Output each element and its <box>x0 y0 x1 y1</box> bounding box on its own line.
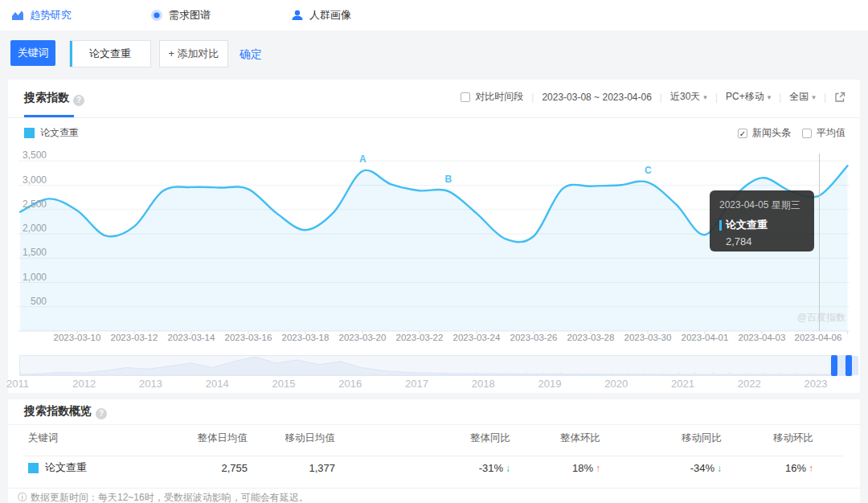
row-keyword-cell: 论文查重 <box>28 460 185 475</box>
timeline-year-label: 2019 <box>538 378 562 390</box>
timeline-year-label: 2018 <box>472 378 495 390</box>
nav-item-label: 趋势研究 <box>30 8 72 22</box>
col-header-mobile-mom: 移动环比 <box>722 431 813 445</box>
chart-tooltip: 2023-04-05 星期三 论文查重 2,784 <box>710 190 814 251</box>
x-axis-label: 2023-03-12 <box>105 333 163 342</box>
row-overall-mom: 18%↑ <box>510 462 600 474</box>
news-marker-A[interactable]: A <box>359 153 366 165</box>
keyword-value: 论文查重 <box>89 47 131 61</box>
y-axis-label: 2,500 <box>11 198 47 211</box>
divider <box>24 456 844 456</box>
y-axis-label: 3,500 <box>11 149 47 162</box>
x-axis-label: 2023-03-22 <box>391 333 448 342</box>
nav-item-demand-graph[interactable]: 需求图谱 <box>150 8 211 22</box>
timeline-year-label: 2013 <box>139 378 162 390</box>
x-axis-label: 2023-03-10 <box>48 333 106 342</box>
row-keyword-label: 论文查重 <box>45 460 87 475</box>
nav-item-trend-research[interactable]: 趋势研究 <box>11 8 72 22</box>
timeline-year-label: 2016 <box>338 378 362 390</box>
row-overall-yoy: -31%↓ <box>335 462 510 474</box>
y-axis-label: 3,000 <box>11 174 47 186</box>
col-header-keyword: 关键词 <box>28 431 185 445</box>
y-axis-label: 500 <box>11 295 47 308</box>
x-axis-label: 2023-03-16 <box>219 333 277 342</box>
y-axis-label: 2,000 <box>11 222 47 235</box>
slider-left-handle[interactable] <box>831 355 837 376</box>
col-header-mobile-avg: 移动日均值 <box>248 431 335 445</box>
table-row: 论文查重 2,755 1,377 -31%↓ 18%↑ -34%↓ 16%↑ <box>28 460 833 475</box>
divider <box>8 488 860 489</box>
x-axis-label: 2023-03-14 <box>162 333 220 342</box>
tooltip-value: 2,784 <box>726 235 805 247</box>
nav-item-label: 需求图谱 <box>169 8 211 22</box>
x-axis-label: 2023-03-26 <box>505 333 563 342</box>
index-overview-card: 搜索指数概览? 关键词 整体日均值 移动日均值 整体同比 整体环比 移动同比 移… <box>8 399 860 503</box>
timeline-year-label: 2011 <box>6 378 29 390</box>
tooltip-date: 2023-04-05 星期三 <box>719 198 805 212</box>
x-axis-label: 2023-03-18 <box>276 333 334 342</box>
overview-title-label: 搜索指数概览 <box>24 404 92 417</box>
col-header-overall-avg: 整体日均值 <box>185 431 248 445</box>
timeline-year-label: 2017 <box>405 378 428 390</box>
confirm-button[interactable]: 确定 <box>240 47 262 62</box>
people-portrait-icon <box>291 9 304 22</box>
series-color-swatch <box>28 463 39 473</box>
timeline-year-label: 2021 <box>671 378 694 390</box>
timeline-year-label: 2023 <box>805 378 828 390</box>
nav-item-label: 人群画像 <box>309 8 351 22</box>
timeline-year-label: 2022 <box>738 378 761 390</box>
demand-graph-icon <box>150 9 163 22</box>
x-axis-label: 2023-04-03 <box>733 333 791 342</box>
data-update-note-text: 数据更新时间：每天12~16时，受数据波动影响，可能会有延迟。 <box>31 492 309 503</box>
tooltip-series-name: 论文查重 <box>726 218 768 232</box>
search-index-card: 搜索指数? 对比时间段 | 2023-03-08 ~ 2023-04-06 | … <box>8 80 860 393</box>
news-marker-C[interactable]: C <box>645 165 652 176</box>
y-axis-label: 1,000 <box>11 271 47 284</box>
timeline-year-label: 2020 <box>604 378 628 390</box>
col-header-overall-yoy: 整体同比 <box>335 431 510 445</box>
watermark: @百度指数 <box>797 311 845 325</box>
timeline-year-label: 2014 <box>206 378 229 390</box>
help-icon[interactable]: ? <box>96 408 107 419</box>
crosshair-line <box>819 153 820 331</box>
y-axis-label: 1,500 <box>11 246 47 259</box>
x-axis-label: 2023-03-30 <box>619 333 677 342</box>
row-mobile-yoy: -34%↓ <box>600 462 722 474</box>
col-header-mobile-yoy: 移动同比 <box>600 431 722 445</box>
trend-arrow-icon: ↑ <box>809 463 813 474</box>
x-axis-label: 2023-04-01 <box>676 333 734 342</box>
x-axis-label: 2023-04-06 <box>789 333 847 342</box>
timeline-year-label: 2015 <box>272 378 296 390</box>
add-compare-button[interactable]: + 添加对比 <box>159 40 228 67</box>
divider <box>8 424 860 425</box>
info-icon: ⓘ <box>18 492 27 503</box>
timeline-slider[interactable] <box>19 355 854 376</box>
data-update-note: ⓘ数据更新时间：每天12~16时，受数据波动影响，可能会有延迟。 <box>18 491 309 503</box>
keyword-button[interactable]: 关键词 <box>10 40 55 66</box>
x-axis-label: 2023-03-24 <box>448 333 506 342</box>
keyword-input[interactable]: 论文查重 <box>69 40 151 67</box>
nav-item-people-portrait[interactable]: 人群画像 <box>291 8 351 22</box>
timeline-year-label: 2012 <box>72 378 96 390</box>
tooltip-series-bar <box>719 220 722 231</box>
overview-title: 搜索指数概览? <box>24 404 107 419</box>
baidu-index-page: 趋势研究 需求图谱 人群画像 关键词 论文查重 + 添加对比 确定 搜索指数? … <box>0 0 868 503</box>
news-marker-B[interactable]: B <box>445 174 452 185</box>
slider-right-handle[interactable] <box>845 355 852 376</box>
timeline-ticks <box>20 372 853 375</box>
x-axis-label: 2023-03-28 <box>562 333 620 342</box>
row-mobile-avg: 1,377 <box>248 462 335 474</box>
trend-chart-icon <box>11 9 24 22</box>
col-header-overall-mom: 整体环比 <box>510 431 600 445</box>
overview-table-header: 关键词 整体日均值 移动日均值 整体同比 整体环比 移动同比 移动环比 <box>28 431 833 445</box>
keyword-accent-bar <box>70 41 72 67</box>
top-nav: 趋势研究 需求图谱 人群画像 <box>0 0 868 31</box>
row-mobile-mom: 16%↑ <box>722 462 813 474</box>
x-axis-label: 2023-03-20 <box>334 333 391 342</box>
row-overall-avg: 2,755 <box>185 462 248 474</box>
